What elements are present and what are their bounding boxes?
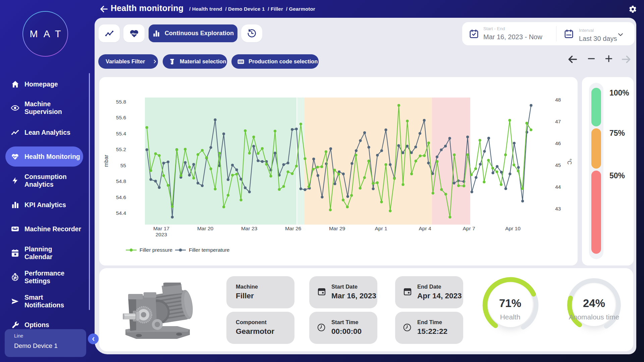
svg-text:45: 45 (555, 162, 561, 168)
svg-text:Apr 10: Apr 10 (505, 226, 521, 231)
svg-text:46: 46 (555, 140, 561, 146)
svg-text:55.4: 55.4 (116, 131, 126, 136)
svg-text:°C: °C (567, 159, 572, 165)
svg-text:Filler temperature: Filler temperature (189, 247, 229, 253)
svg-text:55: 55 (120, 163, 126, 168)
svg-text:Mar 26: Mar 26 (285, 226, 301, 231)
svg-text:54.6: 54.6 (116, 194, 126, 200)
svg-text:44: 44 (555, 184, 561, 190)
svg-text:54.4: 54.4 (116, 210, 126, 216)
svg-text:Mar 20: Mar 20 (197, 226, 214, 231)
svg-text:Mar 29: Mar 29 (329, 226, 345, 231)
svg-text:54.8: 54.8 (116, 178, 126, 184)
svg-text:2023: 2023 (156, 232, 167, 237)
svg-text:48: 48 (555, 97, 561, 103)
svg-text:Apr 7: Apr 7 (463, 226, 475, 231)
svg-text:47: 47 (555, 119, 561, 124)
svg-text:55.8: 55.8 (116, 99, 126, 105)
svg-text:mbar: mbar (103, 155, 109, 167)
svg-text:Mar 17: Mar 17 (153, 226, 169, 231)
svg-text:Filler pressure: Filler pressure (140, 247, 172, 253)
svg-text:43: 43 (555, 206, 561, 212)
svg-text:Mar 23: Mar 23 (241, 226, 257, 231)
svg-text:Apr 4: Apr 4 (419, 226, 431, 231)
svg-text:Apr 1: Apr 1 (375, 226, 387, 231)
svg-text:55.6: 55.6 (116, 115, 126, 120)
svg-text:55.2: 55.2 (116, 146, 126, 152)
